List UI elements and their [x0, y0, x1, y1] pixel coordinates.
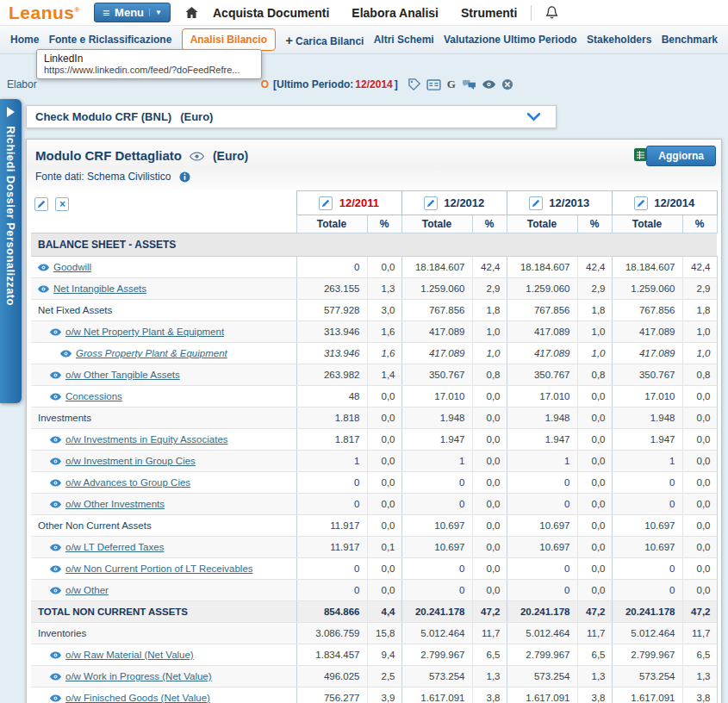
bell-icon[interactable] — [545, 5, 558, 20]
fonte-dati-row: Fonte dati: Schema Civilistico — [27, 168, 721, 190]
total-cell: 756.277 — [296, 687, 367, 703]
eye-icon[interactable] — [50, 393, 61, 401]
row-label[interactable]: Concessions — [31, 385, 296, 407]
eye-icon[interactable] — [38, 285, 49, 293]
row-label[interactable]: o/w Investment in Group Cies — [31, 450, 296, 471]
info-icon[interactable] — [179, 171, 190, 183]
row-label[interactable]: Gross Property Plant & Equipment — [31, 342, 296, 364]
nav-item-analisi-bilancio[interactable]: Analisi Bilancio — [182, 28, 276, 51]
excel-export-icon[interactable] — [634, 148, 647, 165]
topbar-item-acquista-documenti[interactable]: Acquista Documenti — [213, 6, 329, 20]
content-area: Check Modulo CRF (BNL) (Euro) Modulo CRF… — [26, 105, 722, 703]
pct-cell: 3,8 — [682, 687, 717, 703]
close-edit-icon[interactable]: × — [55, 197, 69, 211]
edit-table-icon[interactable] — [34, 197, 48, 211]
topbar-item-elabora-analisi[interactable]: Elabora Analisi — [352, 6, 439, 20]
eye-icon[interactable] — [50, 673, 61, 681]
row-label[interactable]: o/w Advances to Group Cies — [31, 471, 296, 493]
check-module-accordion[interactable]: Check Modulo CRF (BNL) (Euro) — [26, 105, 557, 128]
total-cell: 573.254 — [612, 665, 682, 687]
row-label[interactable]: o/w Work in Progress (Net Value) — [31, 665, 296, 687]
dossier-ribbon[interactable]: Richiedi Dossier Personalizzato — [0, 99, 22, 403]
total-cell: 313.946 — [296, 342, 367, 364]
row-label[interactable]: o/w LT Deferred Taxes — [31, 536, 296, 557]
pct-cell: 2,9 — [682, 277, 717, 299]
total-cell: 0 — [612, 471, 682, 493]
total-cell: 0 — [296, 579, 367, 600]
eye-icon[interactable] — [50, 328, 61, 336]
leanus-logo[interactable]: Leanus® — [9, 3, 80, 22]
total-cell: 350.767 — [612, 364, 682, 385]
eye-icon[interactable] — [50, 587, 61, 594]
eye-icon[interactable] — [50, 457, 61, 465]
pencil-icon[interactable] — [634, 196, 648, 210]
pencil-icon[interactable] — [529, 196, 543, 210]
eye-icon[interactable] — [38, 264, 49, 271]
eye-icon[interactable] — [60, 350, 72, 358]
row-label[interactable]: o/w Other Investments — [31, 493, 296, 514]
table-body: BALANCE SHEET - ASSETS Goodwill00,018.18… — [31, 233, 717, 703]
row-label[interactable]: o/w Raw Material (Net Value) — [31, 644, 296, 665]
eye-icon[interactable] — [50, 501, 61, 508]
nav-item-stakeholders[interactable]: Stakeholders — [587, 34, 651, 46]
row-label[interactable]: o/w Finisched Goods (Net Value) — [31, 687, 296, 703]
logo-registered-mark: ® — [75, 6, 80, 14]
eye-icon[interactable] — [190, 149, 204, 165]
row-label[interactable]: o/w Non Current Portion of LT Receivable… — [31, 557, 296, 579]
eye-icon[interactable] — [50, 651, 61, 659]
pct-cell: 3,9 — [367, 687, 401, 703]
aggiorna-button[interactable]: Aggiorna — [646, 146, 716, 166]
total-cell: 1 — [507, 450, 577, 471]
pencil-icon[interactable] — [319, 196, 333, 210]
panel-header: Modulo CRF Dettagliato (Euro) Aggiorna — [27, 140, 721, 168]
topbar-item-strumenti[interactable]: Strumenti — [461, 6, 517, 20]
subheader-totale: Totale — [507, 215, 577, 233]
pct-cell: 1,8 — [472, 299, 507, 320]
eye-icon[interactable] — [50, 694, 61, 702]
total-cell: 350.767 — [401, 364, 472, 385]
nav-item-fonte-e-riclassificazione[interactable]: Fonte e Riclassificazione — [49, 34, 172, 46]
total-cell: 17.010 — [401, 385, 472, 407]
eye-icon[interactable] — [482, 80, 495, 89]
nav-item-label: Stakeholders — [587, 34, 651, 46]
row-label[interactable]: o/w Other Tangible Assets — [31, 364, 296, 385]
id-card-icon[interactable] — [426, 79, 441, 90]
pencil-icon[interactable] — [424, 196, 438, 210]
chevron-down-icon[interactable] — [527, 113, 540, 121]
nav-item-valutazione-ultimo-periodo[interactable]: Valutazione Ultimo Periodo — [444, 34, 577, 46]
pct-cell: 0,0 — [367, 428, 401, 450]
row-label: TOTAL NON CURRENT ASSETS — [31, 600, 296, 622]
total-cell: 0 — [612, 557, 682, 579]
pct-cell: 0,0 — [472, 407, 507, 428]
row-label[interactable]: o/w Investments in Equity Associates — [31, 428, 296, 450]
row-label[interactable]: o/w Net Property Plant & Equipment — [31, 320, 296, 342]
eye-icon[interactable] — [50, 479, 61, 487]
row-label[interactable]: Goodwill — [31, 256, 296, 277]
eye-icon[interactable] — [50, 565, 61, 573]
nav-item-carica-bilanci[interactable]: +Carica Bilanci — [285, 33, 364, 47]
pct-cell: 0,0 — [472, 450, 507, 471]
nav-item-label: Home — [10, 34, 39, 46]
total-cell: 0 — [507, 579, 577, 600]
nav-item-benchmark[interactable]: Benchmark — [662, 34, 718, 46]
nav-item-home[interactable]: Home — [10, 34, 39, 46]
tag-icon[interactable] — [408, 78, 420, 90]
pct-cell: 2,9 — [472, 277, 507, 299]
ultimo-periodo-label: [Ultimo Periodo: — [273, 78, 353, 90]
eye-icon[interactable] — [50, 544, 61, 551]
pct-cell: 3,8 — [577, 687, 612, 703]
eye-icon[interactable] — [50, 371, 61, 379]
close-circle-icon[interactable] — [501, 78, 513, 90]
table-row: o/w Net Property Plant & Equipment313.94… — [31, 320, 717, 342]
row-label[interactable]: Net Intangible Assets — [31, 277, 296, 299]
home-icon[interactable] — [184, 6, 199, 20]
total-cell: 0 — [296, 256, 367, 277]
table-row: Goodwill00,018.184.60742,418.184.60742,4… — [31, 256, 717, 277]
pct-cell: 0,0 — [682, 579, 717, 600]
eye-icon[interactable] — [50, 436, 61, 444]
google-icon[interactable]: G — [447, 78, 456, 91]
row-label[interactable]: o/w Other — [31, 579, 296, 600]
comments-icon[interactable] — [462, 79, 476, 90]
menu-button[interactable]: ≡ Menu ▼ — [94, 3, 171, 22]
nav-item-altri-schemi[interactable]: Altri Schemi — [374, 34, 434, 46]
